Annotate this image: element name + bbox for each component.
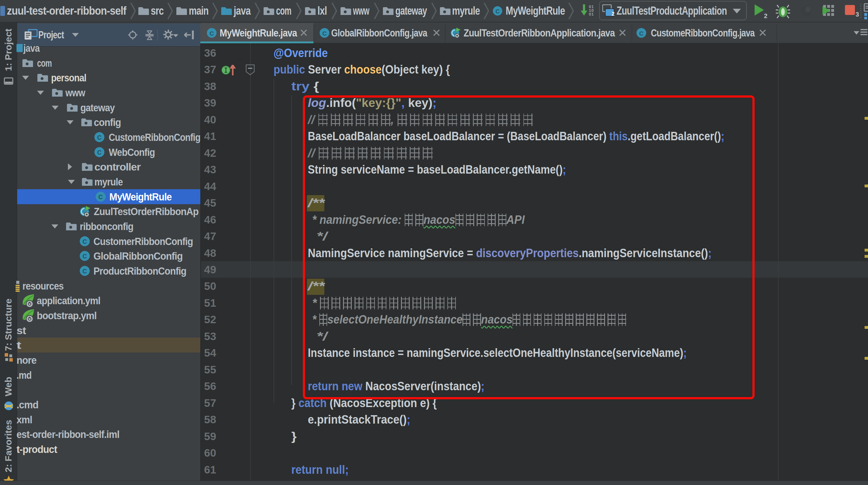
svg-text:C: C: [97, 149, 101, 156]
svg-text:C: C: [97, 134, 101, 141]
svg-text:C: C: [322, 30, 327, 37]
svg-text:C: C: [639, 30, 644, 37]
svg-text:C: C: [83, 253, 87, 260]
svg-text:2: 2: [764, 12, 767, 19]
svg-text:C: C: [83, 238, 87, 245]
svg-text:C: C: [495, 8, 499, 14]
svg-text:C: C: [210, 30, 214, 37]
svg-text:C: C: [98, 193, 103, 201]
svg-text:C: C: [83, 268, 87, 275]
svg-text:2: 2: [612, 11, 614, 17]
